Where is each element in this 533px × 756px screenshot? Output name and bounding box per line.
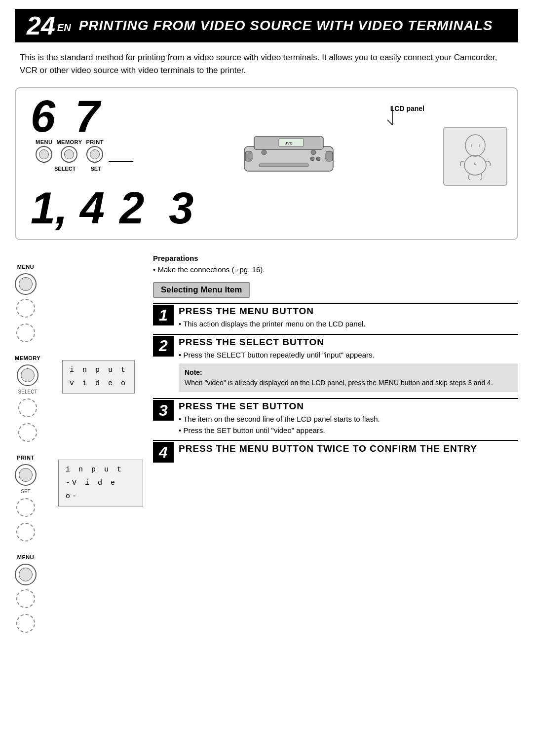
lcd-arrow bbox=[378, 106, 407, 126]
left-select-sublabel: SELECT bbox=[18, 389, 38, 395]
left-menu-btn-group: MENU bbox=[15, 264, 37, 344]
menu-button-diagram: MENU bbox=[36, 139, 52, 163]
big-numbers-top: 6 7 bbox=[31, 94, 100, 139]
memory-button-diagram: MEMORY bbox=[56, 139, 82, 163]
number-6: 6 bbox=[31, 94, 55, 139]
svg-point-17 bbox=[474, 163, 476, 165]
big-numbers-bottom: 1, 4 2 3 bbox=[31, 186, 193, 230]
print-button-diagram: PRINT bbox=[86, 139, 104, 163]
svg-point-9 bbox=[310, 157, 314, 161]
left-step3: PRINT SET i n p u t -V i d e o- bbox=[15, 455, 143, 543]
printer-svg: JVC bbox=[234, 122, 343, 176]
left-menu2-dashed bbox=[16, 589, 35, 608]
left-set-sublabel: SET bbox=[21, 489, 30, 494]
svg-point-8 bbox=[316, 157, 320, 161]
intro-text: This is the standard method for printing… bbox=[0, 42, 533, 82]
number-14: 1, 4 bbox=[31, 186, 105, 230]
page-title: PRINTING FROM VIDEO SOURCE WITH VIDEO TE… bbox=[79, 18, 493, 34]
step-1-title: PRESS THE MENU BUTTON bbox=[179, 306, 518, 317]
preparations-title: Preparations bbox=[153, 254, 518, 262]
right-panel: Preparations • Make the connections (☞pg… bbox=[143, 249, 518, 646]
step-2-title: PRESS THE SELECT BUTTON bbox=[179, 337, 518, 348]
left-menu2-dashed2 bbox=[16, 614, 35, 633]
baby-svg bbox=[451, 132, 500, 181]
step-3: 3 PRESS THE SET BUTTON • The item on the… bbox=[153, 399, 518, 441]
left-menu2-btn-group: MENU bbox=[15, 554, 37, 635]
printer-diagram: LCD panel JVC bbox=[143, 122, 434, 176]
left-step4: MENU bbox=[15, 554, 143, 635]
svg-rect-10 bbox=[259, 164, 308, 167]
selecting-menu-item-badge: Selecting Menu Item bbox=[153, 282, 250, 298]
preparations-text: • Make the connections (☞pg. 16). bbox=[153, 264, 518, 276]
main-layout: MENU MEMORY SELECT i n p u t v bbox=[15, 249, 518, 646]
left-panel: MENU MEMORY SELECT i n p u t v bbox=[15, 249, 143, 646]
number-2: 2 bbox=[119, 186, 144, 230]
lcd-display-1: i n p u t v i d e o bbox=[62, 360, 135, 394]
svg-point-16 bbox=[464, 155, 486, 175]
select-label-diagram: SELECT bbox=[54, 166, 76, 172]
left-memory-circle bbox=[17, 364, 38, 386]
svg-text:JVC: JVC bbox=[285, 141, 293, 145]
left-menu-circle bbox=[15, 273, 37, 295]
left-menu-label: MENU bbox=[17, 264, 34, 270]
svg-line-1 bbox=[387, 120, 392, 125]
left-step1: MENU bbox=[15, 264, 143, 344]
left-menu2-label: MENU bbox=[17, 554, 34, 560]
step-3-title: PRESS THE SET BUTTON bbox=[179, 401, 518, 412]
left-menu-dashed bbox=[16, 299, 35, 318]
number-7: 7 bbox=[75, 94, 100, 139]
left-step2: MEMORY SELECT i n p u t v i d e o bbox=[15, 355, 143, 444]
svg-point-6 bbox=[262, 150, 266, 155]
left-print-circle bbox=[15, 464, 37, 486]
left-menu-dashed2 bbox=[16, 324, 35, 342]
step-2-content: PRESS THE SELECT BUTTON • Press the SELE… bbox=[179, 335, 518, 398]
step-3-content: PRESS THE SET BUTTON • The item on the s… bbox=[179, 399, 518, 440]
svg-point-7 bbox=[311, 150, 316, 155]
left-print-label: PRINT bbox=[17, 455, 35, 461]
step-2-num: 2 bbox=[153, 336, 174, 357]
left-memory-btn-group: MEMORY SELECT bbox=[15, 355, 40, 444]
baby-illustration bbox=[443, 127, 507, 186]
left-memory-label: MEMORY bbox=[15, 355, 40, 361]
step-4: 4 PRESS THE MENU BUTTON TWICE TO CONFIRM… bbox=[153, 441, 518, 463]
step-4-title: PRESS THE MENU BUTTON TWICE TO CONFIRM T… bbox=[179, 443, 518, 455]
left-print-dashed2 bbox=[16, 523, 35, 541]
left-print-btn-group: PRINT SET bbox=[15, 455, 37, 543]
svg-point-13 bbox=[465, 135, 485, 156]
left-print-dashed bbox=[16, 498, 35, 517]
page-header: 24 EN PRINTING FROM VIDEO SOURCE WITH VI… bbox=[15, 9, 518, 42]
step-1: 1 PRESS THE MENU BUTTON • This action di… bbox=[153, 303, 518, 335]
step-3-body: • The item on the second line of the LCD… bbox=[179, 414, 518, 436]
left-memory-dashed2 bbox=[18, 423, 37, 442]
svg-rect-12 bbox=[245, 151, 252, 161]
step-4-content: PRESS THE MENU BUTTON TWICE TO CONFIRM T… bbox=[179, 441, 518, 459]
en-label: EN bbox=[57, 22, 71, 34]
step-3-num: 3 bbox=[153, 400, 174, 421]
diagram-box: 6 7 MENU MEMORY PRINT SELECT SET bbox=[15, 87, 518, 240]
left-memory-dashed bbox=[18, 398, 37, 417]
step-2-body: • Press the SELECT button repeatedly unt… bbox=[179, 350, 518, 393]
step-4-num: 4 bbox=[153, 442, 174, 463]
svg-rect-11 bbox=[326, 151, 333, 161]
note-box: Note: When "video" is already displayed … bbox=[179, 363, 518, 392]
step-1-body: • This action displays the printer menu … bbox=[179, 319, 518, 330]
set-label-diagram: SET bbox=[90, 166, 101, 172]
step-1-num: 1 bbox=[153, 305, 174, 325]
lcd-display-2: i n p u t -V i d e o- bbox=[58, 460, 143, 506]
step-1-content: PRESS THE MENU BUTTON • This action disp… bbox=[179, 304, 518, 334]
number-3: 3 bbox=[169, 186, 193, 230]
page-number: 24 bbox=[27, 13, 55, 38]
step-2: 2 PRESS THE SELECT BUTTON • Press the SE… bbox=[153, 335, 518, 399]
preparations-section: Preparations • Make the connections (☞pg… bbox=[153, 254, 518, 276]
left-menu2-circle bbox=[15, 564, 37, 585]
